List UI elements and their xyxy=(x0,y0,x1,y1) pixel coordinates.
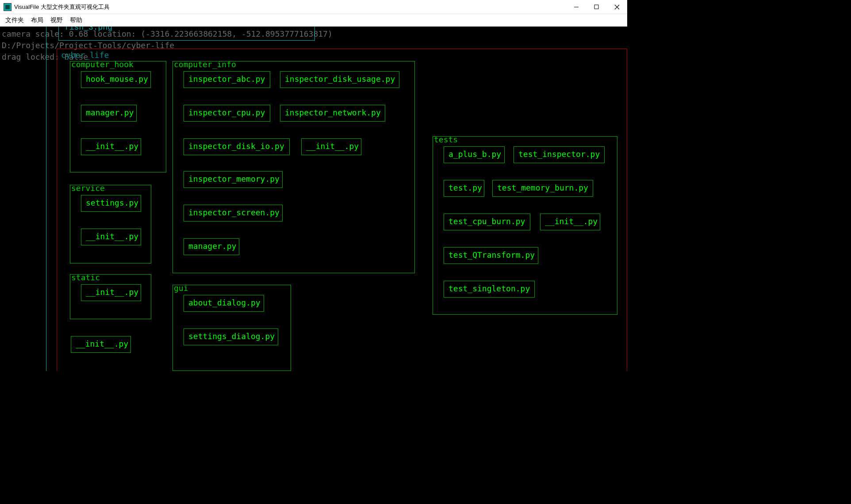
folder-tests[interactable]: tests a_plus_b.py test.py test_cpu_burn.… xyxy=(433,136,617,315)
file-box[interactable]: hook_mouse.py xyxy=(81,71,151,88)
close-button[interactable] xyxy=(607,0,627,14)
file-box[interactable]: test_inspector.py xyxy=(514,146,605,163)
file-box[interactable]: inspector_cpu.py xyxy=(184,105,270,122)
file-box[interactable]: manager.py xyxy=(184,238,239,255)
minimize-button[interactable] xyxy=(566,0,586,14)
file-box[interactable]: test_QTransform.py xyxy=(444,247,538,264)
file-box[interactable]: settings_dialog.py xyxy=(184,328,278,345)
file-box[interactable]: test_cpu_burn.py xyxy=(444,214,530,230)
menu-view[interactable]: 视野 xyxy=(47,15,66,26)
file-box[interactable]: test_memory_burn.py xyxy=(492,180,593,197)
file-box[interactable]: about_dialog.py xyxy=(184,295,264,312)
file-box[interactable]: __init__.py xyxy=(81,229,141,245)
svg-rect-1 xyxy=(594,5,598,9)
file-box[interactable]: inspector_disk_usage.py xyxy=(280,71,399,88)
root-folder-label: cyber_life xyxy=(61,50,109,60)
menu-folder[interactable]: 文件夹 xyxy=(2,15,27,26)
file-box[interactable]: __init__.py xyxy=(301,138,361,155)
menu-layout[interactable]: 布局 xyxy=(27,15,47,26)
file-box[interactable]: __init__.py xyxy=(81,138,141,155)
file-box[interactable]: inspector_memory.py xyxy=(184,171,283,188)
folder-service[interactable]: service settings.py __init__.py xyxy=(70,185,151,263)
file-box[interactable]: inspector_network.py xyxy=(280,105,385,122)
folder-label: gui xyxy=(174,283,188,293)
folder-computer-hook[interactable]: computer_hook hook_mouse.py manager.py _… xyxy=(70,61,166,172)
canvas[interactable]: camera scale: 0.68 location: (-3316.2236… xyxy=(0,27,627,371)
app-icon xyxy=(4,3,12,11)
window-title: VisualFile 大型文件夹直观可视化工具 xyxy=(14,3,110,11)
file-box[interactable]: a_plus_b.py xyxy=(444,146,505,163)
folder-label: static xyxy=(71,273,100,282)
file-box[interactable]: manager.py xyxy=(81,105,137,122)
titlebar: VisualFile 大型文件夹直观可视化工具 xyxy=(0,0,627,14)
file-box[interactable]: __init__.py xyxy=(540,214,600,230)
file-box[interactable]: test.py xyxy=(444,180,484,197)
folder-label: tests xyxy=(434,135,458,144)
menubar: 文件夹 布局 视野 帮助 xyxy=(0,14,627,27)
folder-gui[interactable]: gui about_dialog.py settings_dialog.py xyxy=(172,285,291,371)
window-controls xyxy=(566,0,627,14)
partial-file-label: fish_3.png xyxy=(65,27,112,32)
file-box[interactable]: test_singleton.py xyxy=(444,281,535,298)
folder-label: computer_info xyxy=(174,60,236,69)
file-box[interactable]: inspector_screen.py xyxy=(184,205,283,221)
folder-computer-info[interactable]: computer_info inspector_abc.py inspector… xyxy=(172,61,415,273)
vertical-guide xyxy=(46,27,46,371)
file-box[interactable]: inspector_abc.py xyxy=(184,71,270,88)
file-box[interactable]: inspector_disk_io.py xyxy=(184,138,290,155)
folder-label: service xyxy=(71,183,105,193)
maximize-button[interactable] xyxy=(586,0,607,14)
file-box[interactable]: settings.py xyxy=(81,195,141,212)
folder-static[interactable]: static __init__.py xyxy=(70,274,151,319)
folder-label: computer_hook xyxy=(71,60,134,69)
menu-help[interactable]: 帮助 xyxy=(66,15,86,26)
file-box[interactable]: __init__.py xyxy=(81,284,141,301)
file-box[interactable]: __init__.py xyxy=(71,336,131,353)
